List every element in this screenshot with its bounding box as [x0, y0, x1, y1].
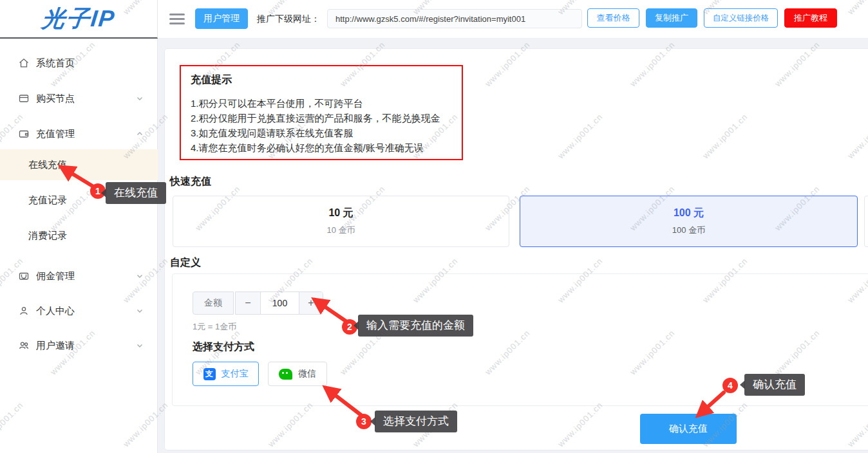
quick-recharge-heading: 快速充值	[170, 175, 211, 189]
sidebar-item-personal-center[interactable]: 个人中心	[0, 298, 158, 324]
sidebar-nav: 系统首页 购买节点 充值管理 在线充值 充值记录 消费记录 佣金管理	[0, 39, 158, 453]
wechat-button[interactable]: 微信	[268, 362, 327, 386]
sidebar-item-buy-nodes[interactable]: 购买节点	[0, 86, 158, 111]
annotation-step-3-tooltip: 选择支付方式	[375, 411, 457, 432]
node-card-icon	[18, 93, 30, 104]
logo-block: 光子IP	[0, 0, 158, 39]
amount-decrease-button[interactable]: −	[236, 292, 261, 314]
tips-line: 1.积分只可以在本平台使用，不可跨平台	[191, 96, 452, 111]
sidebar-item-label: 系统首页	[36, 57, 75, 69]
app-header: 光子IP 用户管理 推广下级网址： 查看价格 复制推广 自定义链接价格 推广教程	[0, 0, 868, 39]
tips-title: 充值提示	[191, 73, 452, 87]
custom-heading: 自定义	[170, 256, 201, 270]
promo-url-label: 推广下级网址：	[257, 14, 320, 25]
annotation-step-2-tooltip: 输入需要充值的金额	[358, 315, 473, 337]
home-icon	[18, 57, 30, 69]
copy-promo-button[interactable]: 复制推广	[646, 8, 697, 28]
quick-option-100-selected[interactable]: 100 元 100 金币	[520, 196, 858, 247]
annotation-step-4-tooltip: 确认充值	[744, 374, 805, 396]
sidebar-item-user-invite[interactable]: 用户邀请	[0, 333, 158, 358]
sidebar-item-label: 用户邀请	[36, 340, 75, 352]
confirm-recharge-button[interactable]: 确认充值	[640, 414, 737, 444]
sidebar-subitem-label: 消费记录	[28, 230, 67, 242]
menu-toggle-icon[interactable]	[169, 11, 187, 28]
sidebar-item-label: 个人中心	[36, 305, 75, 317]
recharge-tips-box: 充值提示 1.积分只可以在本平台使用，不可跨平台 2.积分仅能用于兑换直接运营的…	[180, 65, 463, 160]
sidebar-subitem-online-recharge[interactable]: 在线充值	[0, 149, 158, 180]
amount-input[interactable]	[261, 292, 299, 314]
payment-method-heading: 选择支付方式	[193, 340, 254, 354]
sidebar-subitem-label: 在线充值	[28, 159, 67, 171]
wallet-icon	[18, 128, 30, 140]
promo-url-input[interactable]	[327, 9, 582, 28]
annotation-step-4-badge: 4	[722, 378, 738, 393]
wechat-label: 微信	[298, 368, 316, 380]
user-management-button[interactable]: 用户管理	[195, 8, 248, 29]
sidebar-item-recharge-mgmt[interactable]: 充值管理	[0, 121, 158, 147]
quick-option-10[interactable]: 10 元 10 金币	[173, 196, 509, 247]
sidebar-item-commission[interactable]: 佣金管理	[0, 263, 158, 289]
tips-line: 3.如充值发现问题请联系在线充值客服	[191, 125, 452, 140]
user-icon	[18, 305, 30, 317]
view-price-button[interactable]: 查看价格	[587, 8, 639, 28]
sidebar-subitem-consumption-records[interactable]: 消费记录	[0, 223, 158, 248]
chevron-down-icon	[136, 95, 144, 102]
amount-increase-button[interactable]: +	[299, 292, 323, 314]
wechat-icon	[279, 369, 292, 380]
brand-logo: 光子IP	[40, 3, 117, 35]
invite-users-icon	[18, 340, 30, 351]
custom-link-price-button[interactable]: 自定义链接价格	[704, 8, 778, 28]
chevron-down-icon	[136, 342, 144, 349]
amount-label: 金额	[193, 291, 234, 315]
tips-line: 4.请您在充值时务必确认好您的充值金额/账号准确无误	[191, 140, 452, 155]
sidebar-item-label: 佣金管理	[36, 270, 75, 282]
annotation-step-3-badge: 3	[356, 414, 372, 429]
quick-option-price: 100 元	[674, 207, 704, 220]
sidebar-item-label: 充值管理	[36, 128, 75, 140]
chevron-down-icon	[136, 307, 144, 315]
sidebar-item-label: 购买节点	[36, 93, 75, 105]
quick-option-coins: 100 金币	[672, 225, 705, 236]
quick-option-partial[interactable]	[864, 196, 868, 247]
amount-stepper: 金额 − +	[193, 291, 323, 315]
tips-line: 2.积分仅能用于兑换直接运营的产品和服务，不能兑换现金	[191, 111, 452, 125]
alipay-icon: 支	[203, 368, 216, 380]
sidebar-subitem-label: 充值记录	[28, 194, 67, 207]
alipay-button[interactable]: 支 支付宝	[193, 362, 259, 386]
commission-icon	[18, 270, 30, 282]
quick-option-price: 10 元	[328, 207, 353, 220]
chevron-up-icon	[136, 130, 144, 138]
alipay-label: 支付宝	[222, 368, 249, 380]
sidebar-item-home[interactable]: 系统首页	[0, 50, 158, 76]
quick-option-coins: 10 金币	[326, 225, 355, 236]
annotation-step-1-tooltip: 在线充值	[106, 182, 166, 204]
exchange-rate-note: 1元 = 1金币	[193, 321, 236, 333]
chevron-down-icon	[136, 272, 144, 280]
promo-tutorial-button[interactable]: 推广教程	[784, 8, 837, 28]
